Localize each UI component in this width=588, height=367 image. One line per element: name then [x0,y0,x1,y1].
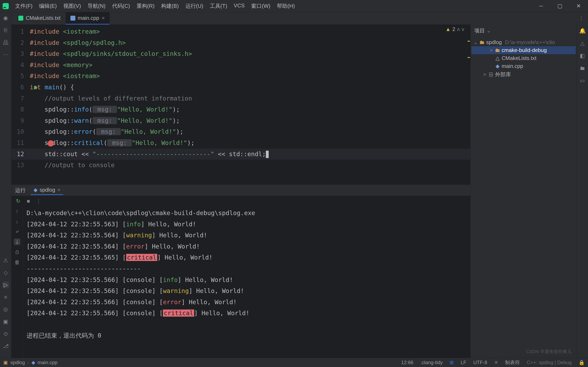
code-line[interactable]: 10 spdlog::error( msg: "Hello, World!"); [11,126,470,137]
status-bar: ▣ spdlog › ◆ main.cpp 12:66 .clang-tidy … [0,358,588,367]
run-gutter-icon[interactable]: ▶ [34,82,38,93]
terminal-icon[interactable]: ▣ [2,318,9,325]
line-number: 7 [11,93,30,104]
breadcrumb-file-icon: ◆ [31,360,35,365]
breadcrumb-project[interactable]: spdlog [10,360,25,365]
commit-tool-icon[interactable]: ⎘ [2,27,9,33]
menu-item[interactable]: 工具(T) [208,1,229,11]
line-separator[interactable]: LF [461,360,466,365]
code-line[interactable]: 8 spdlog::info( msg: "Hello, World!"); [11,104,470,115]
chevron-down-icon[interactable]: v [462,26,464,33]
menu-item[interactable]: 文件(F) [13,1,35,11]
code-line[interactable]: 2#include <spdlog/spdlog.h> [11,37,470,49]
tab-label: main.cpp [78,15,99,21]
file-encoding[interactable]: UTF-8 [473,360,487,365]
close-icon[interactable]: × [57,187,61,193]
code-line[interactable]: 7 //output levels of different informati… [11,93,470,104]
code-line[interactable]: 5#include <iostream> [11,71,470,82]
rerun-button[interactable]: ↻ [14,197,22,205]
tree-item[interactable]: >🖿cmake-build-debug [471,46,576,54]
clear-icon[interactable]: 🗑 [14,259,20,266]
run-config-label: spdlog [40,187,55,193]
line-number: 13 [11,160,30,171]
line-number: 1 [11,26,30,37]
progress-icon: ✳ [494,360,498,365]
tree-root[interactable]: ⌄🖿spdlog D:\a-mycode\c++\clio [471,38,576,46]
code-line[interactable]: 11⬤ spdlog::critical( msg: "Hello, World… [11,137,470,149]
database-icon[interactable]: ◧ [580,53,585,59]
editor-tab[interactable]: main.cpp× [66,12,110,25]
linter-status[interactable]: .clang-tidy [420,360,443,365]
menu-item[interactable]: 代码(C) [110,1,132,11]
code-line[interactable]: 1#include <iostream> [11,26,470,37]
menu-item[interactable]: VCS [232,1,247,11]
caret-position[interactable]: 12:66 [401,360,414,365]
stop-button[interactable]: ■ [25,197,32,205]
editor-tab[interactable]: CMakeLists.txt [13,12,66,25]
svg-rect-0 [3,3,9,9]
breadcrumb-file[interactable]: main.cpp [38,360,57,365]
scroll-down-icon[interactable]: ↓ [14,218,20,225]
cmake-icon[interactable]: △ [580,40,585,47]
debug-tool-icon[interactable]: ≡ [2,294,9,300]
maximize-button[interactable]: ▢ [550,0,569,12]
code-line[interactable]: 3#include <spdlog/sinks/stdout_color_sin… [11,48,470,59]
code-line[interactable]: 13 //output to console [11,160,470,171]
menu-item[interactable]: 构建(B) [159,1,181,11]
soft-wrap-icon[interactable]: ⤶ [14,228,20,235]
menu-item[interactable]: 导航(N) [86,1,108,11]
chevron-right-icon[interactable]: > [489,47,493,53]
chevron-right-icon[interactable]: > [483,71,487,78]
minimize-button[interactable]: ─ [532,0,550,12]
todo-icon[interactable]: ⊙ [2,331,9,337]
tree-item[interactable]: ◆main.cpp [471,62,576,70]
error-stripe[interactable] [467,25,470,184]
project-tree[interactable]: ⌄🖿spdlog D:\a-mycode\c++\clio>🖿cmake-bui… [471,37,577,81]
code-editor[interactable]: 1#include <iostream>2#include <spdlog/sp… [11,25,470,171]
tree-item[interactable]: △CMakeLists.txt [471,54,576,62]
folder-icon: 🖿 [480,39,484,45]
console-output[interactable]: D:\a-mycode\c++\clion\code\spdlog\cmake-… [23,206,470,358]
menu-item[interactable]: 视图(V) [61,1,83,11]
menu-item[interactable]: 帮助(H) [275,1,297,11]
tree-item[interactable]: >⌸外部库 [471,70,576,79]
bookmarks-icon[interactable]: ◇ [2,269,9,276]
chevron-down-icon[interactable]: ⌄ [486,27,491,34]
tabs-overflow-icon[interactable]: ⋮ [579,15,588,22]
editor-tabs: CMakeLists.txtmain.cpp× ⋮ [11,12,588,25]
run-tool-icon[interactable]: ▷ [2,282,9,288]
bookmark-icon[interactable]: ▭ [580,77,585,84]
scroll-to-end-icon[interactable]: ⤓ [14,239,20,245]
menu-item[interactable]: 编辑(E) [37,1,59,11]
folder-icon[interactable]: 🖿 [580,65,585,71]
code-line[interactable]: 9 spdlog::warn( msg: "Hello, World!"); [11,115,470,126]
windows-icon: ⊞ [450,360,454,365]
inspection-indicator[interactable]: ▲ 2 ʌ v [445,26,464,33]
more-tool-icon[interactable]: ⋯ [2,51,9,58]
close-button[interactable]: ✕ [569,0,588,12]
menu-item[interactable]: 窗口(W) [249,1,272,11]
code-line[interactable]: 6▶int main() { [11,82,470,93]
code-line[interactable]: 4#include <memory> [11,59,470,71]
menu-item[interactable]: 重构(R) [135,1,156,11]
scroll-up-icon[interactable]: ↑ [14,208,20,215]
indent-status[interactable]: 制表符 [505,359,520,366]
menu-item[interactable]: 运行(U) [183,1,205,11]
structure-tool-icon[interactable]: 品 [2,39,9,46]
breakpoint-icon[interactable]: ⬤ [47,137,54,149]
problems-icon[interactable]: ⚠ [2,257,9,264]
cmake-config[interactable]: C++: spdlog | Debug [527,360,572,365]
notifications-icon[interactable]: 🔔 [579,28,586,34]
lock-icon[interactable]: 🔒 [579,360,585,365]
chevron-up-icon[interactable]: ʌ [457,26,460,33]
run-options-icon[interactable]: ⋮ [35,197,43,205]
warning-icon: ▲ [445,26,451,33]
print-icon[interactable]: ⎙ [14,249,20,255]
close-icon[interactable]: × [102,15,105,21]
services-icon[interactable]: ◎ [2,306,9,313]
code-line[interactable]: 12 std::cout << "-----------------------… [11,149,470,160]
run-config-tab[interactable]: ◆ spdlog × [31,185,63,195]
project-tool-icon[interactable]: ◉ [2,15,9,21]
line-number: 6 [11,82,30,93]
vcs-icon[interactable]: ⎇ [2,343,9,349]
